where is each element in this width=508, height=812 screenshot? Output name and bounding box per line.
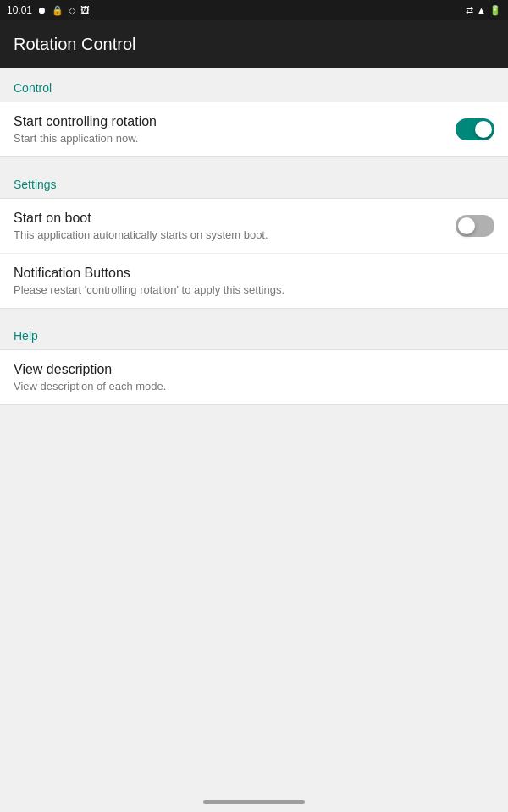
section-header-help: Help (0, 315, 508, 349)
toggle-start-on-boot[interactable] (456, 215, 494, 237)
setting-subtitle-start-on-boot: This application automatically starts on… (14, 228, 456, 241)
setting-item-notification-buttons[interactable]: Notification Buttons Please restart 'con… (0, 254, 508, 308)
status-bar: 10:01 ⏺ 🔒 ◇ 🖼 ⇄ ▲ 🔋 (0, 0, 508, 20)
setting-item-view-description[interactable]: View description View description of eac… (0, 350, 508, 404)
status-icon-arrow: ⇄ (466, 5, 473, 16)
app-bar-title: Rotation Control (14, 35, 136, 54)
setting-item-text-notification-buttons: Notification Buttons Please restart 'con… (14, 266, 494, 296)
setting-subtitle-notification-buttons: Please restart 'controlling rotation' to… (14, 283, 494, 296)
status-icon-wifi: ▲ (477, 5, 486, 15)
setting-item-start-on-boot[interactable]: Start on boot This application automatic… (0, 199, 508, 254)
toggle-thumb-boot (458, 217, 475, 234)
toggle-start-controlling[interactable] (456, 118, 494, 140)
setting-item-text-view-description: View description View description of eac… (14, 362, 494, 392)
setting-item-text-start-controlling: Start controlling rotation Start this ap… (14, 114, 456, 145)
section-card-settings: Start on boot This application automatic… (0, 198, 508, 309)
section-card-control: Start controlling rotation Start this ap… (0, 102, 508, 157)
section-header-settings: Settings (0, 164, 508, 198)
status-icon-diamond: ◇ (69, 5, 75, 16)
section-card-help: View description View description of eac… (0, 349, 508, 405)
section-help: Help View description View description o… (0, 315, 508, 405)
setting-title-start-on-boot: Start on boot (14, 211, 456, 226)
setting-item-start-controlling-rotation[interactable]: Start controlling rotation Start this ap… (0, 102, 508, 156)
content: Control Start controlling rotation Start… (0, 68, 508, 792)
setting-title-view-description: View description (14, 362, 494, 377)
toggle-track-on[interactable] (456, 118, 494, 140)
setting-title-start-controlling: Start controlling rotation (14, 114, 456, 129)
home-indicator (203, 800, 305, 804)
status-bar-left: 10:01 ⏺ 🔒 ◇ 🖼 (7, 4, 90, 16)
toggle-track-off-boot[interactable] (456, 215, 494, 237)
section-header-control: Control (0, 68, 508, 102)
toggle-thumb (475, 121, 492, 138)
nav-bar (0, 792, 508, 812)
app-bar: Rotation Control (0, 20, 508, 68)
section-settings: Settings Start on boot This application … (0, 164, 508, 309)
status-bar-right: ⇄ ▲ 🔋 (466, 5, 501, 16)
status-icon-image: 🖼 (80, 5, 90, 15)
setting-subtitle-start-controlling: Start this application now. (14, 132, 456, 145)
divider-2 (0, 309, 508, 315)
setting-subtitle-view-description: View description of each mode. (14, 380, 494, 392)
setting-title-notification-buttons: Notification Buttons (14, 266, 494, 281)
status-icon-battery: 🔋 (489, 5, 501, 16)
section-control: Control Start controlling rotation Start… (0, 68, 508, 157)
status-icon-shield: 🔒 (52, 5, 64, 16)
setting-item-text-start-on-boot: Start on boot This application automatic… (14, 211, 456, 241)
status-icon-circle: ⏺ (37, 5, 47, 15)
status-time: 10:01 (7, 4, 32, 16)
divider-1 (0, 157, 508, 164)
